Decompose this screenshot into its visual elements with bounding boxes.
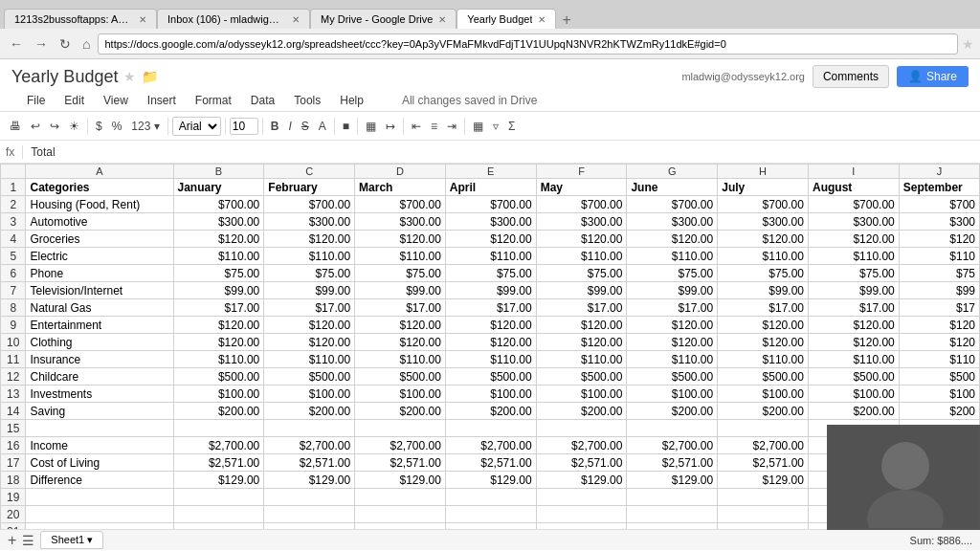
cell-r4-c2[interactable]: $120.00 xyxy=(264,231,355,248)
cell-r15-c2[interactable] xyxy=(264,420,355,437)
cell-r12-c2[interactable]: $500.00 xyxy=(264,368,355,386)
cell-r19-c2[interactable] xyxy=(264,489,355,506)
cell-r14-c7[interactable]: $200.00 xyxy=(718,403,809,420)
reload-button[interactable]: ↻ xyxy=(56,34,75,54)
cell-r11-c9[interactable]: $110 xyxy=(899,351,979,368)
cell-r7-c2[interactable]: $99.00 xyxy=(264,282,355,299)
cell-r1-c5[interactable]: May xyxy=(536,179,627,196)
new-tab-button[interactable]: + xyxy=(556,11,576,29)
cell-r7-c3[interactable]: $99.00 xyxy=(355,282,446,299)
cell-r16-c3[interactable]: $2,700.00 xyxy=(355,437,446,454)
cell-r1-c7[interactable]: July xyxy=(718,179,809,196)
cell-r12-c7[interactable]: $500.00 xyxy=(718,368,809,386)
col-header-a[interactable]: A xyxy=(26,165,173,179)
cell-r15-c0[interactable] xyxy=(26,420,173,437)
cell-r9-c6[interactable]: $120.00 xyxy=(627,317,718,334)
number-format-button[interactable]: 123 ▾ xyxy=(127,118,163,135)
cell-r17-c6[interactable]: $2,571.00 xyxy=(627,454,718,472)
cell-r9-c7[interactable]: $120.00 xyxy=(718,317,809,334)
cell-r11-c6[interactable]: $110.00 xyxy=(627,351,718,368)
menu-help[interactable]: Help xyxy=(336,92,368,109)
row-num-16[interactable]: 16 xyxy=(1,437,26,454)
forward-button[interactable]: → xyxy=(31,34,52,54)
cell-r12-c4[interactable]: $500.00 xyxy=(445,368,536,386)
cell-r19-c1[interactable] xyxy=(173,489,264,506)
cell-r3-c5[interactable]: $300.00 xyxy=(536,213,627,231)
cell-r6-c0[interactable]: Phone xyxy=(26,265,173,282)
tab-2-close[interactable]: ✕ xyxy=(292,14,300,25)
cell-r4-c1[interactable]: $120.00 xyxy=(173,231,264,248)
cell-r3-c3[interactable]: $300.00 xyxy=(355,213,446,231)
cell-r3-c8[interactable]: $300.00 xyxy=(808,213,899,231)
cell-r18-c0[interactable]: Difference xyxy=(26,472,173,489)
cell-r16-c6[interactable]: $2,700.00 xyxy=(627,437,718,454)
cell-r8-c7[interactable]: $17.00 xyxy=(718,299,809,317)
menu-tools[interactable]: Tools xyxy=(290,92,324,109)
cell-r1-c3[interactable]: March xyxy=(355,179,446,196)
cell-r8-c8[interactable]: $17.00 xyxy=(808,299,899,317)
col-header-c[interactable]: C xyxy=(264,165,355,179)
bold-button[interactable]: B xyxy=(267,118,283,135)
cell-r1-c6[interactable]: June xyxy=(627,179,718,196)
font-selector[interactable]: Arial xyxy=(172,117,221,136)
cell-r12-c1[interactable]: $500.00 xyxy=(173,368,264,386)
redo-button[interactable]: ↪ xyxy=(46,118,63,135)
cell-r13-c0[interactable]: Investments xyxy=(26,386,173,403)
row-num-8[interactable]: 8 xyxy=(1,299,26,317)
cell-r1-c0[interactable]: Categories xyxy=(26,179,173,196)
percent-format-button[interactable]: % xyxy=(108,118,126,135)
cell-r11-c0[interactable]: Insurance xyxy=(26,351,173,368)
cell-r16-c4[interactable]: $2,700.00 xyxy=(445,437,536,454)
cell-r1-c8[interactable]: August xyxy=(808,179,899,196)
cell-r13-c6[interactable]: $100.00 xyxy=(627,386,718,403)
cell-r18-c1[interactable]: $129.00 xyxy=(173,472,264,489)
cell-r6-c1[interactable]: $75.00 xyxy=(173,265,264,282)
cell-r10-c7[interactable]: $120.00 xyxy=(718,334,809,351)
cell-r3-c7[interactable]: $300.00 xyxy=(718,213,809,231)
align-right-button[interactable]: ⇥ xyxy=(443,118,460,135)
cell-r21-c0[interactable] xyxy=(26,523,173,530)
cell-r21-c6[interactable] xyxy=(627,523,718,530)
print-button[interactable]: 🖶 xyxy=(6,118,25,135)
cell-r15-c1[interactable] xyxy=(173,420,264,437)
cell-r6-c8[interactable]: $75.00 xyxy=(808,265,899,282)
cell-r5-c3[interactable]: $110.00 xyxy=(355,248,446,265)
row-num-4[interactable]: 4 xyxy=(1,231,26,248)
font-size-input[interactable] xyxy=(230,118,258,135)
cell-r1-c4[interactable]: April xyxy=(445,179,536,196)
sheet1-tab[interactable]: Sheet1 ▾ xyxy=(40,531,103,549)
cell-r4-c6[interactable]: $120.00 xyxy=(627,231,718,248)
cell-r17-c4[interactable]: $2,571.00 xyxy=(445,454,536,472)
cell-r10-c9[interactable]: $120 xyxy=(899,334,979,351)
cell-r4-c4[interactable]: $120.00 xyxy=(445,231,536,248)
cell-r19-c3[interactable] xyxy=(355,489,446,506)
menu-data[interactable]: Data xyxy=(247,92,278,109)
cell-r10-c4[interactable]: $120.00 xyxy=(445,334,536,351)
cell-r11-c5[interactable]: $110.00 xyxy=(536,351,627,368)
cell-r6-c5[interactable]: $75.00 xyxy=(536,265,627,282)
cell-r2-c9[interactable]: $700 xyxy=(899,196,979,213)
cell-r20-c7[interactable] xyxy=(718,506,809,523)
cell-r13-c4[interactable]: $100.00 xyxy=(445,386,536,403)
cell-r13-c2[interactable]: $100.00 xyxy=(264,386,355,403)
paint-format-button[interactable]: ☀ xyxy=(65,118,83,135)
cell-r19-c5[interactable] xyxy=(536,489,627,506)
col-header-g[interactable]: G xyxy=(627,165,718,179)
cell-r21-c5[interactable] xyxy=(536,523,627,530)
cell-r8-c4[interactable]: $17.00 xyxy=(445,299,536,317)
cell-r19-c4[interactable] xyxy=(445,489,536,506)
dollar-format-button[interactable]: $ xyxy=(92,118,106,135)
cell-r16-c1[interactable]: $2,700.00 xyxy=(173,437,264,454)
cell-r4-c3[interactable]: $120.00 xyxy=(355,231,446,248)
address-bar[interactable] xyxy=(98,33,958,55)
cell-r20-c6[interactable] xyxy=(627,506,718,523)
cell-r11-c1[interactable]: $110.00 xyxy=(173,351,264,368)
cell-r12-c3[interactable]: $500.00 xyxy=(355,368,446,386)
cell-r7-c0[interactable]: Television/Internet xyxy=(26,282,173,299)
cell-r20-c2[interactable] xyxy=(264,506,355,523)
cell-r2-c3[interactable]: $700.00 xyxy=(355,196,446,213)
borders-button[interactable]: ▦ xyxy=(362,118,380,135)
cell-r14-c0[interactable]: Saving xyxy=(26,403,173,420)
cell-r5-c1[interactable]: $110.00 xyxy=(173,248,264,265)
col-header-i[interactable]: I xyxy=(808,165,899,179)
